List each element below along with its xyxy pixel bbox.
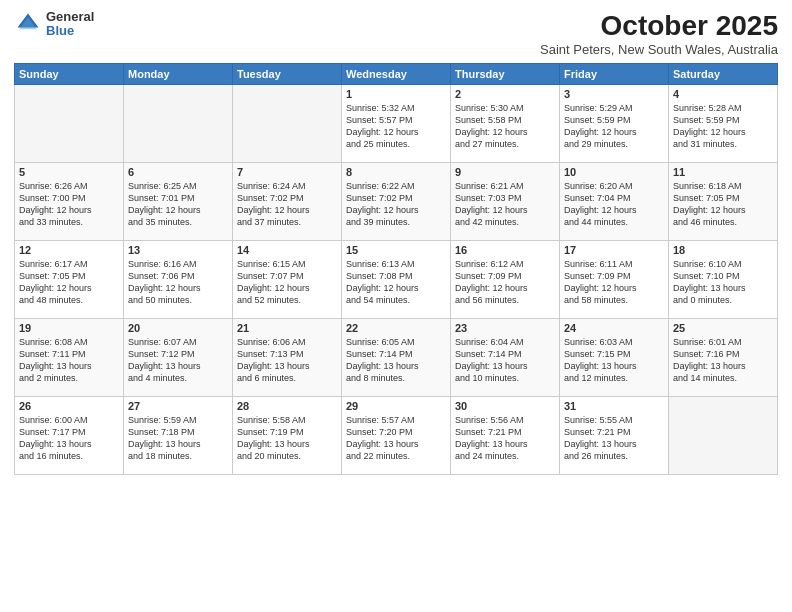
day-number: 23: [455, 322, 555, 334]
calendar-cell-w4-d2: 20Sunrise: 6:07 AM Sunset: 7:12 PM Dayli…: [124, 319, 233, 397]
day-number: 3: [564, 88, 664, 100]
day-number: 15: [346, 244, 446, 256]
day-content: Sunrise: 5:29 AM Sunset: 5:59 PM Dayligh…: [564, 102, 664, 151]
calendar-cell-w5-d3: 28Sunrise: 5:58 AM Sunset: 7:19 PM Dayli…: [233, 397, 342, 475]
calendar-cell-w1-d3: [233, 85, 342, 163]
calendar-cell-w4-d7: 25Sunrise: 6:01 AM Sunset: 7:16 PM Dayli…: [669, 319, 778, 397]
location-subtitle: Saint Peters, New South Wales, Australia: [540, 42, 778, 57]
day-content: Sunrise: 6:05 AM Sunset: 7:14 PM Dayligh…: [346, 336, 446, 385]
day-content: Sunrise: 6:26 AM Sunset: 7:00 PM Dayligh…: [19, 180, 119, 229]
col-sunday: Sunday: [15, 64, 124, 85]
calendar-cell-w3-d1: 12Sunrise: 6:17 AM Sunset: 7:05 PM Dayli…: [15, 241, 124, 319]
day-number: 12: [19, 244, 119, 256]
calendar-cell-w4-d5: 23Sunrise: 6:04 AM Sunset: 7:14 PM Dayli…: [451, 319, 560, 397]
day-content: Sunrise: 6:22 AM Sunset: 7:02 PM Dayligh…: [346, 180, 446, 229]
day-number: 20: [128, 322, 228, 334]
calendar-cell-w4-d4: 22Sunrise: 6:05 AM Sunset: 7:14 PM Dayli…: [342, 319, 451, 397]
calendar-week-1: 1Sunrise: 5:32 AM Sunset: 5:57 PM Daylig…: [15, 85, 778, 163]
calendar-cell-w3-d3: 14Sunrise: 6:15 AM Sunset: 7:07 PM Dayli…: [233, 241, 342, 319]
day-number: 14: [237, 244, 337, 256]
day-content: Sunrise: 6:18 AM Sunset: 7:05 PM Dayligh…: [673, 180, 773, 229]
day-number: 8: [346, 166, 446, 178]
calendar-cell-w4-d3: 21Sunrise: 6:06 AM Sunset: 7:13 PM Dayli…: [233, 319, 342, 397]
calendar-cell-w4-d6: 24Sunrise: 6:03 AM Sunset: 7:15 PM Dayli…: [560, 319, 669, 397]
day-content: Sunrise: 6:00 AM Sunset: 7:17 PM Dayligh…: [19, 414, 119, 463]
calendar-cell-w5-d5: 30Sunrise: 5:56 AM Sunset: 7:21 PM Dayli…: [451, 397, 560, 475]
day-content: Sunrise: 6:21 AM Sunset: 7:03 PM Dayligh…: [455, 180, 555, 229]
col-tuesday: Tuesday: [233, 64, 342, 85]
day-number: 21: [237, 322, 337, 334]
day-content: Sunrise: 6:15 AM Sunset: 7:07 PM Dayligh…: [237, 258, 337, 307]
calendar-cell-w2-d6: 10Sunrise: 6:20 AM Sunset: 7:04 PM Dayli…: [560, 163, 669, 241]
day-number: 2: [455, 88, 555, 100]
calendar-cell-w5-d4: 29Sunrise: 5:57 AM Sunset: 7:20 PM Dayli…: [342, 397, 451, 475]
day-content: Sunrise: 6:07 AM Sunset: 7:12 PM Dayligh…: [128, 336, 228, 385]
day-number: 9: [455, 166, 555, 178]
calendar-cell-w3-d5: 16Sunrise: 6:12 AM Sunset: 7:09 PM Dayli…: [451, 241, 560, 319]
calendar-cell-w3-d4: 15Sunrise: 6:13 AM Sunset: 7:08 PM Dayli…: [342, 241, 451, 319]
day-number: 31: [564, 400, 664, 412]
day-content: Sunrise: 6:01 AM Sunset: 7:16 PM Dayligh…: [673, 336, 773, 385]
day-number: 6: [128, 166, 228, 178]
day-number: 25: [673, 322, 773, 334]
day-number: 22: [346, 322, 446, 334]
calendar-week-5: 26Sunrise: 6:00 AM Sunset: 7:17 PM Dayli…: [15, 397, 778, 475]
day-number: 30: [455, 400, 555, 412]
calendar-cell-w1-d2: [124, 85, 233, 163]
day-number: 18: [673, 244, 773, 256]
day-number: 28: [237, 400, 337, 412]
calendar-cell-w1-d5: 2Sunrise: 5:30 AM Sunset: 5:58 PM Daylig…: [451, 85, 560, 163]
day-content: Sunrise: 5:32 AM Sunset: 5:57 PM Dayligh…: [346, 102, 446, 151]
calendar-cell-w2-d3: 7Sunrise: 6:24 AM Sunset: 7:02 PM Daylig…: [233, 163, 342, 241]
calendar-week-3: 12Sunrise: 6:17 AM Sunset: 7:05 PM Dayli…: [15, 241, 778, 319]
logo-text: General Blue: [46, 10, 94, 39]
day-number: 4: [673, 88, 773, 100]
day-content: Sunrise: 6:04 AM Sunset: 7:14 PM Dayligh…: [455, 336, 555, 385]
logo-icon: [14, 10, 42, 38]
day-content: Sunrise: 5:56 AM Sunset: 7:21 PM Dayligh…: [455, 414, 555, 463]
day-content: Sunrise: 6:06 AM Sunset: 7:13 PM Dayligh…: [237, 336, 337, 385]
day-number: 16: [455, 244, 555, 256]
col-saturday: Saturday: [669, 64, 778, 85]
day-content: Sunrise: 6:20 AM Sunset: 7:04 PM Dayligh…: [564, 180, 664, 229]
day-number: 24: [564, 322, 664, 334]
month-title: October 2025: [540, 10, 778, 42]
calendar-cell-w3-d7: 18Sunrise: 6:10 AM Sunset: 7:10 PM Dayli…: [669, 241, 778, 319]
day-number: 19: [19, 322, 119, 334]
calendar-cell-w5-d2: 27Sunrise: 5:59 AM Sunset: 7:18 PM Dayli…: [124, 397, 233, 475]
calendar-cell-w1-d6: 3Sunrise: 5:29 AM Sunset: 5:59 PM Daylig…: [560, 85, 669, 163]
day-content: Sunrise: 6:13 AM Sunset: 7:08 PM Dayligh…: [346, 258, 446, 307]
title-block: October 2025 Saint Peters, New South Wal…: [540, 10, 778, 57]
day-number: 13: [128, 244, 228, 256]
logo: General Blue: [14, 10, 94, 39]
day-number: 29: [346, 400, 446, 412]
day-number: 1: [346, 88, 446, 100]
header: General Blue October 2025 Saint Peters, …: [14, 10, 778, 57]
day-number: 7: [237, 166, 337, 178]
calendar-cell-w2-d2: 6Sunrise: 6:25 AM Sunset: 7:01 PM Daylig…: [124, 163, 233, 241]
day-content: Sunrise: 6:12 AM Sunset: 7:09 PM Dayligh…: [455, 258, 555, 307]
day-content: Sunrise: 5:28 AM Sunset: 5:59 PM Dayligh…: [673, 102, 773, 151]
day-content: Sunrise: 6:11 AM Sunset: 7:09 PM Dayligh…: [564, 258, 664, 307]
calendar-cell-w1-d4: 1Sunrise: 5:32 AM Sunset: 5:57 PM Daylig…: [342, 85, 451, 163]
calendar-header-row: Sunday Monday Tuesday Wednesday Thursday…: [15, 64, 778, 85]
day-content: Sunrise: 6:03 AM Sunset: 7:15 PM Dayligh…: [564, 336, 664, 385]
calendar-cell-w4-d1: 19Sunrise: 6:08 AM Sunset: 7:11 PM Dayli…: [15, 319, 124, 397]
col-monday: Monday: [124, 64, 233, 85]
calendar-table: Sunday Monday Tuesday Wednesday Thursday…: [14, 63, 778, 475]
calendar-week-4: 19Sunrise: 6:08 AM Sunset: 7:11 PM Dayli…: [15, 319, 778, 397]
calendar-cell-w2-d5: 9Sunrise: 6:21 AM Sunset: 7:03 PM Daylig…: [451, 163, 560, 241]
col-friday: Friday: [560, 64, 669, 85]
day-content: Sunrise: 6:17 AM Sunset: 7:05 PM Dayligh…: [19, 258, 119, 307]
day-number: 5: [19, 166, 119, 178]
day-number: 26: [19, 400, 119, 412]
day-content: Sunrise: 6:10 AM Sunset: 7:10 PM Dayligh…: [673, 258, 773, 307]
day-number: 11: [673, 166, 773, 178]
day-content: Sunrise: 6:25 AM Sunset: 7:01 PM Dayligh…: [128, 180, 228, 229]
day-content: Sunrise: 6:08 AM Sunset: 7:11 PM Dayligh…: [19, 336, 119, 385]
day-content: Sunrise: 5:57 AM Sunset: 7:20 PM Dayligh…: [346, 414, 446, 463]
calendar-cell-w5-d6: 31Sunrise: 5:55 AM Sunset: 7:21 PM Dayli…: [560, 397, 669, 475]
calendar-cell-w5-d7: [669, 397, 778, 475]
calendar-cell-w1-d1: [15, 85, 124, 163]
day-content: Sunrise: 6:24 AM Sunset: 7:02 PM Dayligh…: [237, 180, 337, 229]
